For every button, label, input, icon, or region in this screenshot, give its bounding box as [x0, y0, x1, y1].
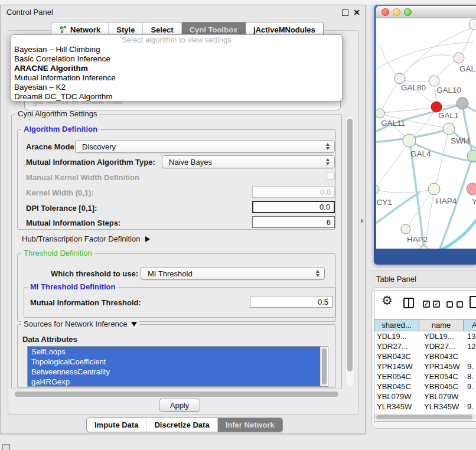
network-node-label: SWI4	[451, 136, 470, 145]
which-threshold-combobox[interactable]: MI Threshold	[141, 267, 325, 280]
table-row[interactable]: YPR145WYPR145W9.	[374, 361, 476, 371]
network-selector-combobox[interactable]: gal-filtered sif default node	[24, 101, 341, 110]
list-scrollbar[interactable]	[320, 347, 327, 386]
network-edge[interactable]	[381, 107, 435, 113]
zoom-button[interactable]	[404, 8, 412, 16]
dpi-tolerance-label: DPI Tolerance [0,1]:	[26, 204, 97, 213]
network-node[interactable]	[443, 123, 455, 135]
dpi-tolerance-field[interactable]: 0.0	[252, 201, 335, 213]
network-node[interactable]	[454, 53, 464, 63]
network-edge[interactable]	[401, 55, 459, 77]
which-threshold-label: Which threshold to use:	[51, 269, 138, 278]
hub-definition-label: Hub/Transcription Factor Definition	[22, 234, 140, 243]
columns-icon[interactable]	[403, 298, 414, 308]
threshold-definition-title: Threshold Definition	[21, 249, 94, 257]
manual-kernel-checkbox[interactable]	[327, 172, 335, 180]
tab-impute-data[interactable]: Impute Data	[87, 418, 146, 432]
tab-infer-network[interactable]: Infer Network	[218, 418, 282, 432]
column-header-name[interactable]: name	[419, 319, 464, 331]
table-cell: YDL19...	[419, 331, 464, 341]
mi-threshold-label: Mutual Information Threshold:	[30, 298, 141, 307]
network-node[interactable]	[376, 185, 379, 194]
settings-vertical-scrollbar[interactable]	[345, 115, 354, 388]
table-row[interactable]: YBR043CYBR043C	[374, 351, 476, 361]
tab-discretize-data[interactable]: Discretize Data	[146, 418, 217, 432]
expand-arrow-icon	[145, 236, 150, 242]
network-canvas-svg: GALGAL80GAL10GAL1GAL11SWI4GAL4GCY1HAP4YH…	[376, 18, 476, 249]
algorithm-option[interactable]: Basic Correlation Inference	[11, 54, 342, 64]
network-node[interactable]	[429, 76, 439, 86]
table-cell: YER054C	[419, 371, 464, 381]
network-edge[interactable]	[410, 142, 424, 249]
close-button[interactable]	[382, 8, 389, 16]
gear-icon[interactable]: ⚙	[382, 294, 393, 307]
table-row[interactable]: YDR27...YDR27...12...	[374, 341, 476, 351]
table-cell: 9.	[464, 381, 476, 392]
table-cell: YBL079W	[374, 392, 419, 402]
table-horizontal-scrollbar[interactable]	[374, 414, 475, 420]
document-icon[interactable]	[470, 296, 476, 308]
table-cell: 12...	[464, 341, 476, 351]
network-node[interactable]	[467, 183, 476, 195]
table-cell: 9.	[464, 412, 476, 413]
network-node[interactable]	[457, 97, 468, 109]
collapsed-panel-icon[interactable]	[2, 444, 10, 450]
close-icon[interactable]: ✕	[353, 7, 360, 18]
panel-title: Control Panel	[6, 5, 53, 19]
network-canvas[interactable]: GALGAL80GAL10GAL1GAL11SWI4GAL4GCY1HAP4YH…	[376, 18, 476, 249]
network-edge[interactable]	[376, 142, 409, 188]
network-node-label: GCY1	[376, 198, 392, 207]
kernel-width-field[interactable]: 0.0	[252, 186, 335, 198]
table-row[interactable]: YDL19...YDL19...13...	[374, 331, 476, 341]
float-icon[interactable]	[342, 9, 348, 16]
network-node[interactable]	[403, 134, 416, 147]
network-node[interactable]	[395, 73, 405, 84]
data-attribute-item[interactable]: BetweennessCentrality	[28, 367, 321, 377]
checkbox-checked-icon[interactable]: ✓	[423, 301, 430, 308]
aracne-mode-combobox[interactable]: Discovery	[75, 140, 335, 153]
table-row[interactable]: YLR345WYLR345W9.	[374, 402, 476, 412]
network-edge[interactable]	[435, 130, 449, 188]
network-edge[interactable]	[462, 105, 472, 155]
mi-threshold-definition-title: MI Threshold Definition	[28, 282, 118, 291]
sources-title[interactable]: Sources for Network Inference	[21, 319, 139, 328]
network-edge[interactable]	[400, 80, 433, 81]
mi-type-combobox[interactable]: Naive Bayes	[162, 155, 335, 168]
settings-horizontal-scrollbar[interactable]	[12, 391, 349, 398]
network-edge[interactable]	[376, 190, 433, 193]
table-row[interactable]: YER054CYER054C8.	[374, 371, 476, 381]
data-attribute-item[interactable]: gal4RGexp	[28, 377, 321, 387]
splitter-handle[interactable]	[361, 219, 364, 223]
algorithm-option[interactable]: Bayesian – Hill Climbing	[11, 45, 342, 54]
network-node[interactable]	[376, 109, 384, 118]
table-row[interactable]: YIL052CYIL052C9.	[374, 412, 476, 413]
network-node-label: GAL1	[438, 111, 459, 120]
mi-threshold-field[interactable]: 0.5	[250, 296, 332, 308]
network-node[interactable]	[401, 224, 410, 234]
algorithm-option[interactable]: Dream8 DC_TDC Algorithm	[11, 92, 342, 102]
table-row[interactable]: YBL079WYBL079W	[374, 392, 476, 402]
network-node[interactable]	[428, 183, 440, 195]
network-window-titlebar[interactable]	[376, 6, 476, 18]
algorithm-option[interactable]: ARACNE Algorithm	[11, 64, 342, 73]
checkbox-unchecked-icon[interactable]	[457, 301, 463, 308]
checkbox-unchecked-icon[interactable]	[446, 301, 453, 308]
mi-steps-field[interactable]: 6	[252, 216, 335, 228]
network-edge[interactable]	[381, 79, 400, 112]
minimize-button[interactable]	[393, 8, 400, 16]
network-node[interactable]	[469, 19, 476, 30]
table-cell: YLR345W	[374, 402, 419, 412]
algorithm-option[interactable]: Mutual Information Inference	[11, 73, 342, 83]
network-node[interactable]	[467, 150, 476, 162]
checkbox-checked-icon[interactable]: ✓	[433, 301, 440, 308]
table-row[interactable]: YBR045CYBR045C9.	[374, 381, 476, 392]
data-attribute-item[interactable]: TopologicalCoefficient	[28, 357, 321, 367]
group-title: Cyni Algorithm Settings	[15, 109, 99, 118]
column-header-partial[interactable]: A	[463, 319, 476, 331]
apply-button[interactable]: Apply	[159, 399, 200, 412]
hub-definition-expander[interactable]: Hub/Transcription Factor Definition	[22, 234, 150, 243]
data-attribute-item[interactable]: SelfLoops	[28, 347, 321, 357]
data-attributes-list: SelfLoopsTopologicalCoefficientBetweenne…	[27, 346, 328, 387]
column-header-shared[interactable]: shared...	[374, 319, 419, 331]
algorithm-option[interactable]: Bayesian – K2	[11, 83, 342, 92]
